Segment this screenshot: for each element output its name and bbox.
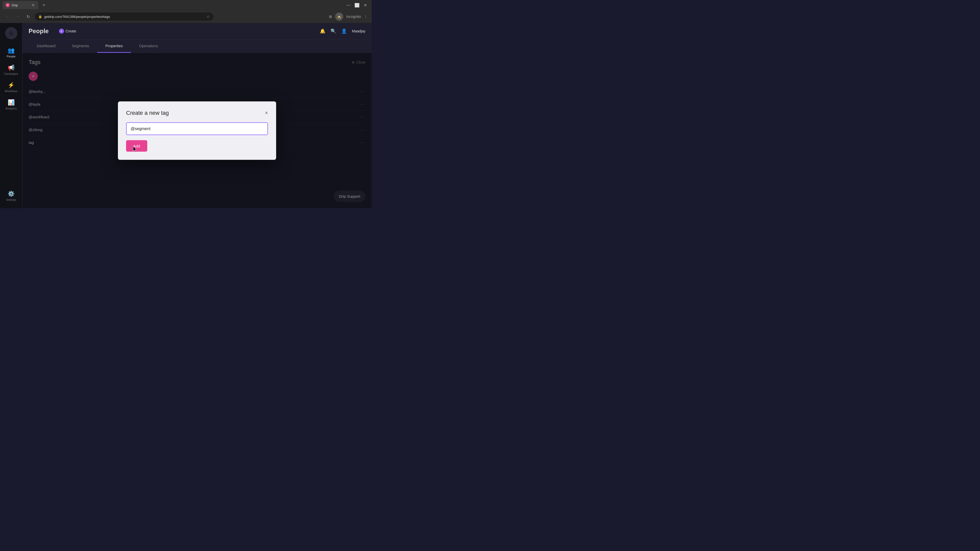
url-text: getdrip.com/7641396/people/properties#ta… [44, 15, 110, 19]
tab-favicon: 🎯 [6, 3, 10, 7]
tab-dashboard[interactable]: Dashboard [29, 40, 64, 53]
ssl-lock-icon: 🔒 [38, 15, 42, 18]
top-bar-right: 🔔 🔍 👤 Maadjay [320, 28, 366, 34]
user-name[interactable]: Maadjay [352, 29, 366, 33]
sidebar-workflows-label: Workflows [5, 89, 18, 93]
tab-operations[interactable]: Operations [131, 40, 166, 53]
sidebar-settings-label: Settings [6, 198, 16, 201]
browser-chrome: 🎯 Drip ✕ + — ⬜ ✕ ← → ↻ 🔒 getdrip.com/764… [0, 0, 372, 23]
refresh-button[interactable]: ↻ [24, 14, 32, 19]
tab-close-button[interactable]: ✕ [31, 3, 35, 7]
campaigns-icon: 📢 [8, 65, 14, 71]
create-label: Create [65, 29, 76, 33]
maximize-button[interactable]: ⬜ [355, 3, 360, 8]
analytics-icon: 📊 [8, 99, 14, 106]
sidebar-campaigns-label: Campaigns [4, 72, 18, 75]
modal-title: Create a new tag [126, 110, 169, 116]
browser-extensions: ⊞ 🕵 Incognito ⋮ [329, 13, 368, 21]
user-icon[interactable]: 👤 [341, 28, 347, 34]
settings-icon: ⚙️ [8, 191, 14, 197]
sidebar-item-settings[interactable]: ⚙️ Settings [2, 188, 21, 204]
sidebar-item-workflows[interactable]: ⚡ Workflows [2, 79, 21, 95]
page-title: People [29, 27, 49, 35]
create-button[interactable]: + Create [56, 27, 80, 35]
create-tag-modal: Create a new tag × Add [118, 101, 276, 160]
back-button[interactable]: ← [4, 14, 11, 19]
workflows-icon: ⚡ [8, 82, 14, 89]
content-area: Tags ⊗ Close + @beshy... ··· @layla ··· [22, 53, 372, 208]
user-label: Incognito [346, 14, 361, 19]
minimize-button[interactable]: — [346, 3, 350, 7]
tab-navigation: Dashboard Segments Properties Operations [22, 40, 372, 53]
window-controls: — ⬜ ✕ [346, 3, 369, 8]
people-icon: 👥 [8, 47, 14, 54]
modal-add-button[interactable]: Add [126, 140, 147, 151]
address-bar[interactable]: 🔒 getdrip.com/7641396/people/properties#… [35, 13, 213, 21]
incognito-icon: 🕵 [335, 13, 343, 21]
close-window-button[interactable]: ✕ [364, 3, 367, 8]
modal-header: Create a new tag × [126, 110, 268, 116]
modal-close-button[interactable]: × [265, 110, 268, 116]
sidebar: ☺ 👥 People 📢 Campaigns ⚡ Workflows 📊 Ana… [0, 23, 22, 208]
main-content: People + Create 🔔 🔍 👤 Maadjay Dashboard … [22, 23, 372, 208]
new-tab-button[interactable]: + [40, 2, 48, 9]
create-plus-icon: + [59, 29, 64, 34]
sidebar-item-analytics[interactable]: 📊 Analytics [2, 97, 21, 113]
tab-properties[interactable]: Properties [97, 40, 131, 53]
sidebar-people-label: People [6, 55, 15, 58]
top-bar: People + Create 🔔 🔍 👤 Maadjay [22, 23, 372, 40]
sidebar-item-people[interactable]: 👥 People [2, 44, 21, 61]
sidebar-analytics-label: Analytics [5, 107, 17, 110]
bookmark-icon[interactable]: ☆ [207, 14, 210, 19]
browser-tab[interactable]: 🎯 Drip ✕ [3, 1, 38, 9]
forward-button[interactable]: → [14, 14, 21, 19]
search-icon[interactable]: 🔍 [331, 28, 336, 34]
app-container: ☺ 👥 People 📢 Campaigns ⚡ Workflows 📊 Ana… [0, 23, 372, 208]
tab-title: Drip [12, 3, 29, 7]
notifications-icon[interactable]: 🔔 [320, 28, 325, 34]
app-logo[interactable]: ☺ [5, 27, 18, 39]
sidebar-item-campaigns[interactable]: 📢 Campaigns [2, 62, 21, 78]
browser-titlebar: 🎯 Drip ✕ + — ⬜ ✕ [0, 0, 372, 10]
browser-addressbar: ← → ↻ 🔒 getdrip.com/7641396/people/prope… [0, 10, 372, 23]
tab-segments[interactable]: Segments [64, 40, 97, 53]
browser-menu-icon[interactable]: ⋮ [364, 14, 368, 19]
extensions-icon[interactable]: ⊞ [329, 14, 332, 19]
sidebar-bottom: ⚙️ Settings [2, 188, 21, 204]
tag-name-input[interactable] [126, 122, 268, 135]
